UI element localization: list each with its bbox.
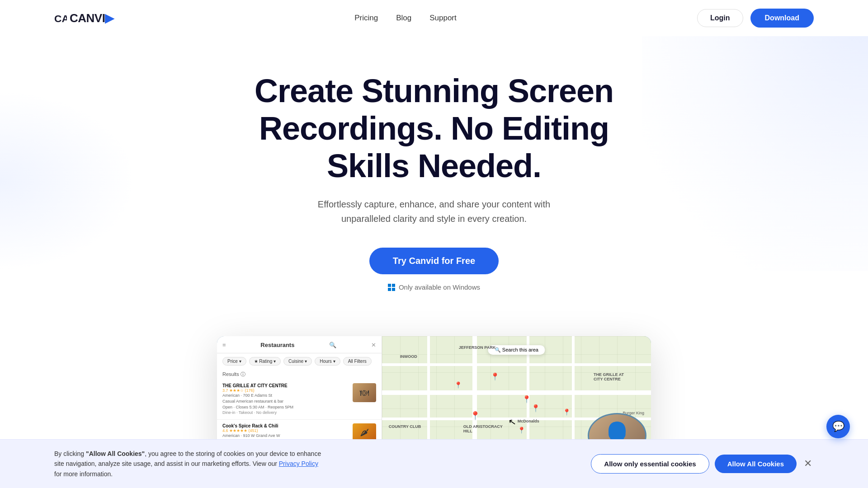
hero-subtitle: Effortlessly capture, enhance, and share… bbox=[316, 197, 552, 226]
map-pin-1: 📍 bbox=[491, 372, 500, 381]
map-pin-4: 📍 bbox=[454, 381, 462, 389]
demo-results-label: Results ⓘ bbox=[217, 369, 382, 380]
nav-right: Login Download bbox=[697, 9, 814, 28]
cta-button[interactable]: Try Canvid for Free bbox=[369, 248, 499, 274]
nav-link-support[interactable]: Support bbox=[429, 14, 457, 23]
map-label-country: COUNTRY CLUB bbox=[389, 424, 421, 429]
map-road-h2 bbox=[382, 390, 651, 395]
logo[interactable]: CANVI CANVI▶ bbox=[54, 11, 114, 25]
restaurant-name-2: Cook's Spice Rack & Chili bbox=[222, 423, 349, 428]
filter-price[interactable]: Price ▾ bbox=[222, 357, 246, 366]
login-button[interactable]: Login bbox=[697, 9, 743, 27]
nav-link-blog[interactable]: Blog bbox=[396, 14, 411, 23]
filter-rating[interactable]: ★ Rating ▾ bbox=[249, 357, 281, 366]
restaurant-image-1: 🍽 bbox=[353, 383, 376, 402]
map-label-grille: THE GRILLE ATCITY CENTRE bbox=[594, 372, 624, 381]
demo-filters: Price ▾ ★ Rating ▾ Cuisine ▾ Hours ▾ All… bbox=[217, 353, 382, 369]
demo-panel-title: Restaurants bbox=[260, 342, 294, 348]
close-icon: ✕ bbox=[804, 458, 812, 469]
cookie-text: By clicking "Allow All Cookies", you agr… bbox=[54, 449, 326, 479]
map-pin-5: 📍 bbox=[563, 408, 571, 416]
windows-icon bbox=[388, 284, 395, 291]
restaurant-info-1: THE GRILLE AT CITY CENTRE 3.7 ★★★☆ (176)… bbox=[222, 383, 349, 415]
cookie-highlight: "Allow All Cookies" bbox=[86, 450, 145, 457]
filter-cuisine[interactable]: Cuisine ▾ bbox=[283, 357, 312, 366]
restaurant-detail-1: American · 700 E Adams StCasual American… bbox=[222, 393, 349, 415]
map-label-aristocracy: OLD ARISTOCRACYHILL bbox=[463, 424, 503, 433]
map-pin-2: 📍 bbox=[522, 395, 531, 404]
map-label-jefferson: JEFFERSON PARK bbox=[459, 345, 495, 350]
logo-icon: CANVI bbox=[54, 12, 67, 24]
allow-all-button[interactable]: Allow All Cookies bbox=[715, 455, 797, 473]
chat-bubble-button[interactable]: 💬 bbox=[826, 415, 850, 438]
restaurant-name-1: THE GRILLE AT CITY CENTRE bbox=[222, 383, 349, 388]
restaurant-rating-2: 4.6 ★★★★★ (451) bbox=[222, 428, 349, 433]
map-cursor: ↖ bbox=[508, 416, 517, 428]
demo-left-header: ≡ Restaurants 🔍 ✕ bbox=[217, 342, 382, 353]
cookie-privacy-link[interactable]: Privacy Policy bbox=[279, 460, 318, 467]
map-pin-3: 📍 bbox=[531, 404, 540, 413]
cookie-banner: By clicking "Allow All Cookies", you agr… bbox=[0, 439, 868, 488]
windows-label: Only available on Windows bbox=[399, 283, 480, 291]
map-label-mcd: McDonalds bbox=[518, 419, 539, 423]
restaurant-rating-1: 3.7 ★★★☆ (176) bbox=[222, 388, 349, 393]
windows-badge: Only available on Windows bbox=[9, 283, 859, 291]
filter-hours[interactable]: Hours ▾ bbox=[315, 357, 340, 366]
nav-links: Pricing Blog Support bbox=[354, 14, 457, 23]
demo-restaurant-1: THE GRILLE AT CITY CENTRE 3.7 ★★★☆ (176)… bbox=[217, 380, 382, 419]
download-button[interactable]: Download bbox=[750, 9, 814, 28]
cookie-buttons: Allow only essential cookies Allow All C… bbox=[591, 454, 814, 474]
chat-icon: 💬 bbox=[832, 421, 844, 432]
map-search-area-btn[interactable]: 🔍 Search this area bbox=[488, 345, 545, 355]
svg-text:CANVI: CANVI bbox=[54, 13, 67, 24]
map-current-location: 📍 bbox=[470, 411, 480, 421]
logo-text: CANVI▶ bbox=[70, 11, 114, 25]
map-pin-6: 📍 bbox=[518, 427, 525, 434]
navbar: CANVI CANVI▶ Pricing Blog Support Login … bbox=[0, 0, 868, 36]
hero-title: Create Stunning Screen Recordings. No Ed… bbox=[231, 72, 637, 184]
map-label-inwood: INWOOD bbox=[400, 354, 417, 359]
filter-all[interactable]: All Filters bbox=[343, 357, 372, 366]
close-cookie-button[interactable]: ✕ bbox=[802, 456, 814, 471]
nav-link-pricing[interactable]: Pricing bbox=[354, 14, 378, 23]
map-road-h1 bbox=[382, 363, 651, 366]
hero-section: Create Stunning Screen Recordings. No Ed… bbox=[0, 36, 868, 318]
allow-essential-button[interactable]: Allow only essential cookies bbox=[591, 454, 709, 474]
